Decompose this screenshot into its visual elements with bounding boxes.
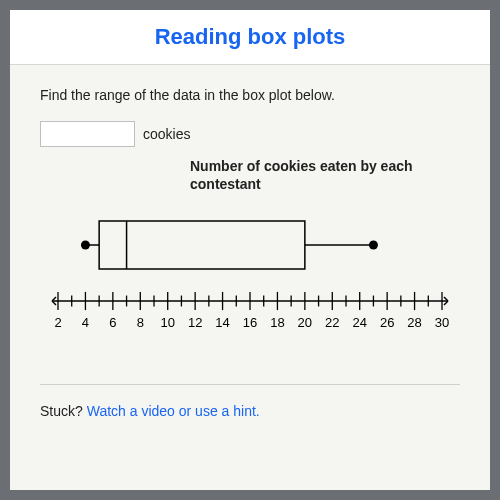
svg-text:12: 12 [188, 315, 202, 330]
chart-title: Number of cookies eaten by each contesta… [190, 157, 460, 193]
box-plot-chart: 24681012141618202224262830 [40, 201, 460, 356]
answer-row: cookies [40, 121, 460, 147]
divider: Stuck? Watch a video or use a hint. [40, 384, 460, 419]
svg-text:30: 30 [435, 315, 449, 330]
exercise-page: Reading box plots Find the range of the … [10, 10, 490, 490]
svg-text:8: 8 [137, 315, 144, 330]
stuck-row: Stuck? Watch a video or use a hint. [40, 403, 460, 419]
svg-text:22: 22 [325, 315, 339, 330]
svg-text:10: 10 [160, 315, 174, 330]
svg-text:24: 24 [352, 315, 366, 330]
svg-text:16: 16 [243, 315, 257, 330]
svg-text:14: 14 [215, 315, 229, 330]
svg-rect-4 [99, 221, 305, 269]
svg-text:28: 28 [407, 315, 421, 330]
svg-text:2: 2 [54, 315, 61, 330]
page-header: Reading box plots [10, 10, 490, 65]
unit-label: cookies [143, 126, 190, 142]
stuck-label: Stuck? [40, 403, 83, 419]
hint-link[interactable]: Watch a video or use a hint. [87, 403, 260, 419]
svg-point-2 [81, 241, 90, 250]
svg-text:18: 18 [270, 315, 284, 330]
svg-text:20: 20 [298, 315, 312, 330]
svg-text:6: 6 [109, 315, 116, 330]
svg-text:26: 26 [380, 315, 394, 330]
box-plot-svg: 24681012141618202224262830 [40, 201, 460, 356]
svg-text:4: 4 [82, 315, 89, 330]
answer-input[interactable] [40, 121, 135, 147]
page-title: Reading box plots [10, 24, 490, 50]
content-area: Find the range of the data in the box pl… [10, 65, 490, 419]
svg-point-3 [369, 241, 378, 250]
question-prompt: Find the range of the data in the box pl… [40, 87, 460, 103]
